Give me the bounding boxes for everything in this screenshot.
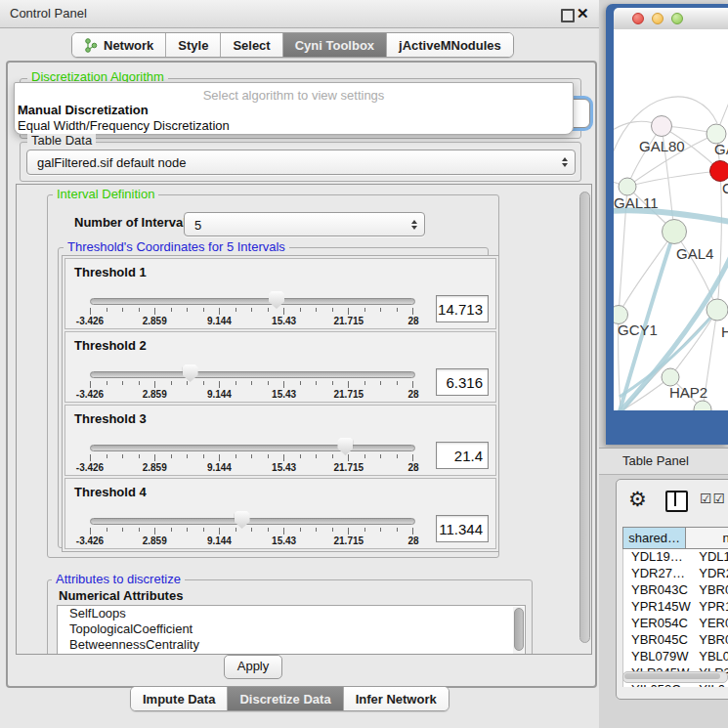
close-traffic-light[interactable]: [632, 13, 644, 24]
tick-mark: [316, 528, 317, 532]
tab-select[interactable]: Select: [220, 33, 281, 57]
table-row[interactable]: YDL19…YDL1: [623, 549, 728, 566]
slider-zone: -3.4262.8599.14415.4321.71528: [90, 332, 413, 402]
tick-mark: [171, 528, 172, 532]
slider-thumb[interactable]: [269, 291, 284, 309]
tick-mark: [316, 381, 317, 385]
threshold-value-field[interactable]: 6.316: [436, 368, 489, 396]
tick-mark: [154, 454, 155, 461]
column-header-shared-name[interactable]: shared…: [622, 527, 686, 549]
close-icon[interactable]: ✕: [577, 4, 589, 23]
cell-shared-name[interactable]: YDR27…: [623, 566, 691, 582]
table-row[interactable]: YBR045CYBR0: [623, 632, 728, 649]
algorithm-popup: Select algorithm to view settings Manual…: [14, 82, 574, 135]
cell-shared-name[interactable]: YDL19…: [623, 549, 691, 566]
algorithm-option-equal-width[interactable]: Equal Width/Frequency Discretization: [18, 118, 230, 133]
number-of-intervals-combo[interactable]: 5: [184, 212, 425, 236]
cell-name[interactable]: YPR1: [691, 599, 728, 616]
network-node-gal11[interactable]: [619, 178, 636, 195]
table-row[interactable]: YBR043CYBR0: [623, 582, 728, 599]
tick-mark: [397, 381, 398, 385]
table-row[interactable]: YDR27…YDR2: [623, 566, 728, 582]
slider-thumb[interactable]: [183, 364, 198, 382]
table-horizontal-scrollbar[interactable]: [622, 671, 728, 683]
tab-style[interactable]: Style: [165, 33, 220, 57]
slider-track[interactable]: [90, 298, 415, 305]
cell-name[interactable]: YER0: [691, 616, 728, 632]
float-window-icon[interactable]: [561, 9, 575, 22]
attributes-scrollbar[interactable]: [513, 607, 524, 654]
zoom-traffic-light[interactable]: [671, 13, 683, 24]
split-columns-icon[interactable]: [665, 491, 688, 512]
tick-mark: [203, 308, 204, 312]
table-data-combo[interactable]: galFiltered.sif default node: [26, 150, 576, 175]
cell-shared-name[interactable]: YPR145W: [623, 599, 691, 616]
cell-name[interactable]: YDL1: [691, 549, 728, 566]
network-node-label: GAL4: [676, 245, 713, 262]
slider-track[interactable]: [90, 445, 415, 451]
network-window-titlebar[interactable]: [614, 8, 728, 30]
tick-mark: [171, 454, 172, 458]
network-edge[interactable]: [627, 171, 720, 187]
tab-network[interactable]: Network: [72, 33, 165, 57]
network-edge[interactable]: [621, 409, 703, 410]
tick-mark: [154, 528, 155, 535]
network-node-c[interactable]: [710, 161, 728, 182]
cell-shared-name[interactable]: YER054C: [623, 616, 691, 632]
threshold-value-field[interactable]: 21.4: [436, 442, 489, 469]
table-row[interactable]: YER054CYER0: [623, 616, 728, 632]
combo-spinner-icon: [562, 157, 568, 167]
tab-jactivemnodules[interactable]: jActiveMNodules: [386, 33, 513, 57]
slider-track[interactable]: [90, 518, 415, 525]
attribute-list-item[interactable]: BetweennessCentrality: [58, 637, 525, 653]
scale-label: 21.715: [334, 535, 364, 546]
algorithm-popup-hint: Select algorithm to view settings: [15, 88, 573, 103]
checkbox-columns-icon[interactable]: ☑☑: [700, 491, 726, 506]
tab-discretize-data[interactable]: Discretize Data: [227, 687, 342, 710]
slider-thumb[interactable]: [337, 438, 353, 455]
slider-thumb[interactable]: [235, 511, 250, 529]
numerical-attributes-list[interactable]: SelfLoopsTopologicalCoefficientBetweenne…: [57, 605, 526, 655]
cell-shared-name[interactable]: YBR045C: [623, 632, 691, 649]
tick-mark: [332, 454, 333, 458]
tab-impute-data[interactable]: Impute Data: [131, 687, 227, 710]
cell-name[interactable]: YBR0: [691, 582, 728, 599]
scale-label: 28: [407, 462, 418, 473]
network-node-gal80[interactable]: [652, 116, 672, 137]
threshold-value-field[interactable]: 11.344: [436, 515, 489, 542]
minimize-traffic-light[interactable]: [652, 13, 664, 24]
tab-label: Impute Data: [143, 692, 215, 707]
network-node-gal4[interactable]: [663, 220, 687, 244]
network-edge[interactable]: [717, 171, 721, 310]
thresholds-group-title: Threshold's Coordinates for 5 Intervals: [64, 240, 289, 254]
tab-infer-network[interactable]: Infer Network: [343, 687, 449, 710]
table-row[interactable]: YBL079WYBL0: [623, 649, 728, 665]
cell-name[interactable]: YBR0: [691, 632, 728, 649]
table-row[interactable]: YPR145WYPR1: [623, 599, 728, 616]
tick-mark: [90, 454, 91, 461]
cell-shared-name[interactable]: YBL079W: [623, 649, 691, 665]
network-node-h[interactable]: [707, 299, 728, 321]
slider-ticks: [90, 308, 413, 316]
cell-name[interactable]: YBL0: [691, 649, 728, 665]
apply-button[interactable]: Apply: [224, 655, 282, 679]
network-icon: [84, 38, 98, 53]
network-node-label: GAL80: [639, 138, 685, 154]
network-edge[interactable]: [619, 232, 674, 315]
slider-track[interactable]: [90, 371, 415, 378]
tick-mark: [283, 454, 284, 461]
column-header-name[interactable]: na: [686, 527, 728, 549]
scale-label: 2.859: [143, 316, 167, 326]
threshold-value-field[interactable]: 14.713: [436, 295, 489, 322]
tab-cyni-toolbox[interactable]: Cyni Toolbox: [282, 33, 386, 57]
gear-icon[interactable]: ⚙: [628, 488, 647, 511]
cell-shared-name[interactable]: YBR043C: [623, 582, 691, 599]
network-canvas[interactable]: GAL80GACGAL11GAL4GCY1HHAP2: [614, 29, 728, 410]
network-node[interactable]: [694, 401, 711, 410]
settings-scrollbar[interactable]: [578, 188, 590, 649]
attribute-list-item[interactable]: SelfLoops: [58, 606, 525, 621]
cell-name[interactable]: YDR2: [691, 566, 728, 582]
network-node-label: GAL11: [614, 194, 659, 211]
attribute-list-item[interactable]: TopologicalCoefficient: [58, 621, 525, 637]
algorithm-option-manual[interactable]: Manual Discretization: [18, 103, 149, 117]
